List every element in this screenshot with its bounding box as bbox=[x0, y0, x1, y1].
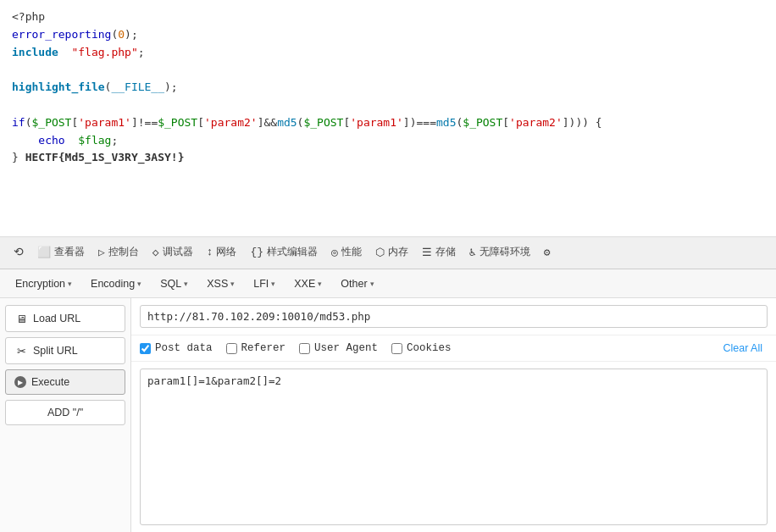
xss-button[interactable]: XSS ▾ bbox=[198, 274, 243, 293]
encoding-button[interactable]: Encoding ▾ bbox=[82, 274, 150, 293]
add-slash-label: ADD "/" bbox=[47, 407, 83, 418]
post-data-checkbox-item[interactable]: Post data bbox=[140, 342, 213, 354]
devtools-network-label: 网络 bbox=[216, 245, 236, 259]
clear-all-button[interactable]: Clear All bbox=[718, 341, 768, 356]
devtools-style-editor[interactable]: {} 样式编辑器 bbox=[243, 240, 324, 266]
devtools-style-label: 样式编辑器 bbox=[267, 245, 318, 259]
devtools-storage-label: 存储 bbox=[435, 245, 456, 259]
user-agent-label: User Agent bbox=[314, 342, 378, 354]
execute-button[interactable]: ▶ Execute bbox=[5, 369, 125, 395]
main-panel: 🖥 Load URL ✂ Split URL ▶ Execute ADD "/"… bbox=[0, 298, 776, 532]
devtools-performance[interactable]: ◎ 性能 bbox=[324, 240, 369, 266]
split-url-label: Split URL bbox=[33, 345, 78, 357]
devtools-accessibility-label: 无障碍环境 bbox=[479, 245, 530, 259]
url-bar bbox=[131, 298, 776, 335]
sql-chevron: ▾ bbox=[184, 280, 188, 288]
other-label: Other bbox=[341, 278, 367, 290]
post-data-label: Post data bbox=[155, 342, 213, 354]
xss-label: XSS bbox=[207, 278, 228, 290]
referer-label: Referer bbox=[241, 342, 286, 354]
encoding-chevron: ▾ bbox=[137, 280, 141, 288]
devtools-storage[interactable]: ☰ 存储 bbox=[415, 240, 463, 266]
devtools-network[interactable]: ↕ 网络 bbox=[200, 240, 244, 266]
encoding-label: Encoding bbox=[91, 278, 135, 290]
sql-label: SQL bbox=[160, 278, 181, 290]
other-chevron: ▾ bbox=[370, 280, 374, 288]
devtools-console-label: 控制台 bbox=[108, 245, 139, 259]
devtools-viewer-label: 查看器 bbox=[54, 245, 85, 259]
cookies-checkbox[interactable] bbox=[391, 343, 402, 354]
storage-icon: ☰ bbox=[422, 246, 432, 259]
load-url-button[interactable]: 🖥 Load URL bbox=[5, 305, 125, 332]
devtools-performance-label: 性能 bbox=[341, 245, 362, 259]
encoding-toolbar: Encryption ▾ Encoding ▾ SQL ▾ XSS ▾ LFI … bbox=[0, 269, 776, 298]
performance-icon: ◎ bbox=[331, 246, 338, 259]
load-url-label: Load URL bbox=[33, 313, 80, 324]
code-display: <?php error_reporting(0); include "flag.… bbox=[0, 0, 776, 237]
load-url-icon: 🖥 bbox=[14, 312, 28, 325]
xxe-chevron: ▾ bbox=[318, 280, 322, 288]
sidebar: 🖥 Load URL ✂ Split URL ▶ Execute ADD "/" bbox=[0, 298, 131, 532]
network-icon: ↕ bbox=[207, 246, 213, 258]
referer-checkbox-item[interactable]: Referer bbox=[226, 342, 286, 354]
xxe-label: XXE bbox=[294, 278, 315, 290]
console-icon: ▷ bbox=[98, 246, 105, 259]
devtools-memory[interactable]: ⬡ 内存 bbox=[369, 240, 415, 266]
sql-button[interactable]: SQL ▾ bbox=[152, 274, 197, 293]
xss-chevron: ▾ bbox=[230, 280, 235, 288]
memory-icon: ⬡ bbox=[375, 246, 385, 259]
user-agent-checkbox-item[interactable]: User Agent bbox=[299, 342, 378, 354]
lfi-button[interactable]: LFI ▾ bbox=[245, 274, 284, 293]
split-url-icon: ✂ bbox=[14, 344, 28, 357]
lfi-chevron: ▾ bbox=[271, 280, 275, 288]
lfi-label: LFI bbox=[253, 278, 269, 290]
other-button[interactable]: Other ▾ bbox=[332, 274, 382, 293]
user-agent-checkbox[interactable] bbox=[299, 343, 310, 354]
url-input[interactable] bbox=[140, 305, 768, 328]
accessibility-icon: ♿ bbox=[469, 246, 476, 259]
cookies-label: Cookies bbox=[407, 342, 452, 354]
devtools-app[interactable]: ⚙ bbox=[537, 241, 557, 266]
clear-all-label: Clear All bbox=[723, 342, 762, 354]
options-bar: Post data Referer User Agent Cookies Cle… bbox=[131, 335, 776, 362]
devtools-debugger[interactable]: ◇ 调试器 bbox=[146, 240, 200, 266]
app-icon: ⚙ bbox=[544, 246, 551, 259]
encryption-button[interactable]: Encryption ▾ bbox=[7, 274, 80, 293]
devtools-console[interactable]: ▷ 控制台 bbox=[91, 240, 146, 266]
cookies-checkbox-item[interactable]: Cookies bbox=[391, 342, 452, 354]
debugger-icon: ◇ bbox=[152, 246, 159, 259]
style-icon: {} bbox=[250, 246, 263, 258]
devtools-viewer[interactable]: ⬜ 查看器 bbox=[30, 240, 91, 266]
devtools-memory-label: 内存 bbox=[388, 245, 408, 259]
split-url-button[interactable]: ✂ Split URL bbox=[5, 337, 125, 364]
devtools-debugger-label: 调试器 bbox=[163, 245, 193, 259]
add-slash-button[interactable]: ADD "/" bbox=[5, 400, 125, 425]
viewer-icon: ⬜ bbox=[37, 246, 51, 259]
post-data-input[interactable]: param1[]=1&param2[]=2 bbox=[140, 369, 768, 525]
execute-play-icon: ▶ bbox=[14, 376, 26, 388]
encryption-label: Encryption bbox=[15, 278, 65, 290]
post-data-checkbox[interactable] bbox=[140, 343, 151, 354]
devtools-bar: ⟲ ⬜ 查看器 ▷ 控制台 ◇ 调试器 ↕ 网络 {} 样式编辑器 ◎ 性能 ⬡… bbox=[0, 237, 776, 269]
referer-checkbox[interactable] bbox=[226, 343, 237, 354]
post-data-area: param1[]=1&param2[]=2 bbox=[131, 362, 776, 532]
content-area: Post data Referer User Agent Cookies Cle… bbox=[131, 298, 776, 532]
encryption-chevron: ▾ bbox=[68, 280, 72, 288]
execute-label: Execute bbox=[31, 376, 69, 388]
xxe-button[interactable]: XXE ▾ bbox=[285, 274, 330, 293]
devtools-icon-item[interactable]: ⟲ bbox=[7, 240, 30, 266]
devtools-accessibility[interactable]: ♿ 无障碍环境 bbox=[463, 240, 537, 266]
